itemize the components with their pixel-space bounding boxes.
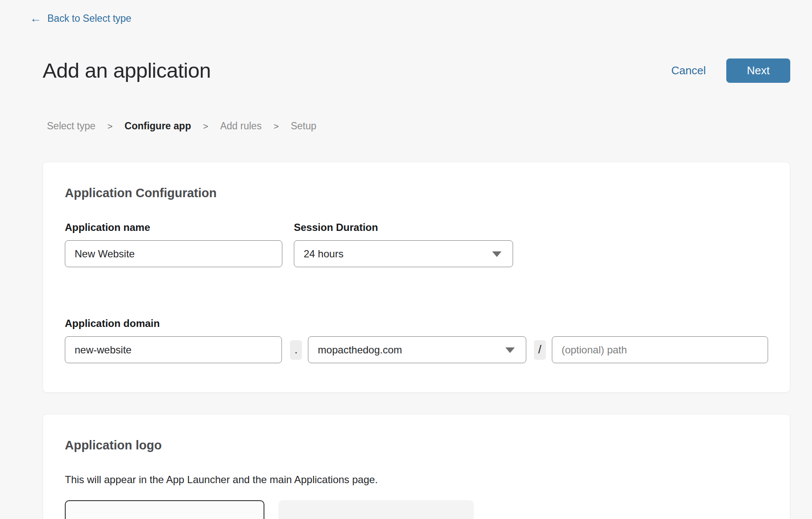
step-separator: >	[107, 121, 113, 131]
dot-separator: .	[290, 340, 302, 360]
session-duration-select[interactable]: 24 hours	[294, 240, 513, 267]
slash-separator: /	[534, 340, 546, 360]
logo-card-title: Application logo	[65, 438, 768, 452]
back-to-select-type-link[interactable]: ← Back to Select type	[30, 13, 131, 24]
application-logo-card: Application logo This will appear in the…	[43, 414, 790, 519]
step-select-type[interactable]: Select type	[47, 120, 96, 132]
step-configure-app[interactable]: Configure app	[125, 120, 191, 132]
step-separator: >	[273, 121, 278, 131]
logo-card-description: This will appear in the App Launcher and…	[65, 474, 768, 486]
logo-options-row	[65, 500, 768, 519]
header-actions: Cancel Next	[671, 58, 790, 83]
page-header: Add an application Cancel Next	[43, 58, 790, 83]
session-duration-label: Session Duration	[294, 222, 513, 233]
application-domain-row: . mopacthedog.com /	[65, 336, 768, 363]
cancel-button[interactable]: Cancel	[671, 64, 706, 77]
application-name-label: Application name	[65, 222, 282, 233]
application-domain-label: Application domain	[65, 318, 768, 329]
logo-option-box[interactable]	[278, 500, 474, 519]
step-separator: >	[203, 121, 208, 131]
chevron-down-icon	[505, 347, 515, 353]
name-session-row: Application name Session Duration 24 hou…	[65, 222, 768, 267]
application-configuration-card: Application Configuration Application na…	[43, 162, 790, 393]
left-arrow-icon: ←	[30, 13, 41, 24]
chevron-down-icon	[492, 251, 502, 257]
next-button[interactable]: Next	[726, 58, 790, 83]
application-name-input[interactable]	[65, 240, 282, 267]
session-duration-field: Session Duration 24 hours	[294, 222, 513, 267]
wizard-steps: Select type > Configure app > Add rules …	[47, 120, 790, 132]
path-input[interactable]	[552, 336, 768, 363]
config-card-title: Application Configuration	[65, 186, 768, 200]
application-domain-field: Application domain . mopacthedog.com /	[65, 318, 768, 363]
page-title: Add an application	[43, 60, 211, 82]
application-name-field: Application name	[65, 222, 282, 267]
session-duration-value: 24 hours	[304, 248, 343, 260]
page-content: ← Back to Select type Add an application…	[0, 0, 812, 519]
domain-select[interactable]: mopacthedog.com	[308, 336, 526, 363]
domain-value: mopacthedog.com	[318, 344, 402, 356]
subdomain-input[interactable]	[65, 336, 282, 363]
logo-option-selected-box[interactable]	[65, 500, 264, 519]
back-link-label: Back to Select type	[47, 13, 131, 24]
step-setup[interactable]: Setup	[291, 120, 316, 132]
step-add-rules[interactable]: Add rules	[220, 120, 261, 132]
